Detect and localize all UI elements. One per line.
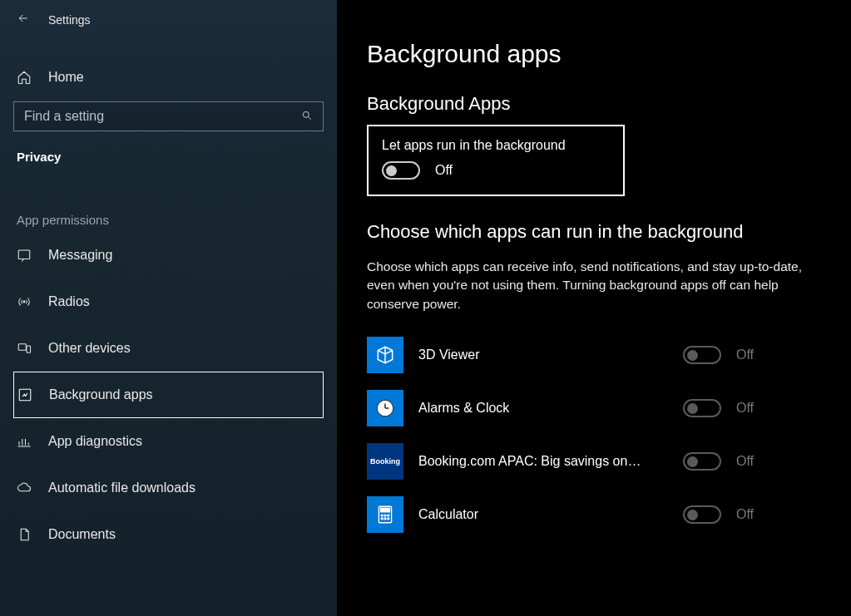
- sidebar-item-radios[interactable]: Radios: [0, 278, 337, 325]
- back-arrow-icon[interactable]: [17, 12, 30, 28]
- sidebar-item-label: Background apps: [49, 387, 153, 402]
- svg-rect-13: [381, 509, 390, 512]
- svg-line-1: [308, 116, 310, 119]
- search-icon: [301, 110, 313, 124]
- sidebar-item-messaging[interactable]: Messaging: [0, 232, 337, 278]
- section-title: Privacy: [0, 131, 337, 167]
- sidebar-item-other-devices[interactable]: Other devices: [0, 325, 337, 372]
- app-toggle-state: Off: [736, 401, 754, 416]
- app-name: Calculator: [418, 507, 668, 522]
- app-toggle-state: Off: [736, 454, 754, 469]
- app-name: 3D Viewer: [418, 347, 668, 362]
- svg-point-3: [23, 301, 25, 303]
- svg-point-14: [381, 515, 383, 517]
- main-content: Background apps Background Apps Let apps…: [337, 0, 851, 616]
- app-toggle-state: Off: [736, 507, 754, 522]
- app-icon-clock-icon: [367, 390, 403, 426]
- page-title: Background apps: [367, 40, 818, 68]
- sidebar-item-label: App diagnostics: [48, 434, 142, 449]
- master-toggle[interactable]: [382, 161, 420, 180]
- sidebar-item-automatic-file-downloads[interactable]: Automatic file downloads: [0, 465, 337, 511]
- home-label: Home: [48, 70, 84, 85]
- svg-point-0: [303, 111, 309, 117]
- master-toggle-highlight: Let apps run in the background Off: [367, 125, 625, 196]
- app-icon-calculator-icon: [367, 496, 403, 533]
- svg-point-15: [384, 515, 386, 517]
- sidebar: Settings Home Privacy App permissions Me…: [0, 0, 337, 616]
- sidebar-item-label: Messaging: [48, 248, 112, 263]
- choose-title: Choose which apps can run in the backgro…: [367, 221, 818, 243]
- sidebar-item-background-apps[interactable]: Background apps: [13, 372, 324, 418]
- sidebar-item-label: Automatic file downloads: [48, 480, 195, 495]
- app-row-booking: Booking Booking.com APAC: Big savings on…: [367, 435, 818, 488]
- app-row-calculator: Calculator Off: [367, 488, 818, 541]
- app-toggle[interactable]: [683, 346, 721, 364]
- group-title: Background Apps: [367, 93, 818, 115]
- sidebar-item-label: Radios: [48, 294, 90, 309]
- svg-point-18: [384, 518, 386, 520]
- choose-description: Choose which apps can receive info, send…: [367, 258, 816, 313]
- svg-point-19: [388, 518, 389, 520]
- subsection-title: App permissions: [0, 167, 337, 232]
- app-toggle[interactable]: [683, 399, 721, 417]
- app-icon-cube-icon: [367, 337, 403, 373]
- app-row-3d-viewer: 3D Viewer Off: [367, 328, 818, 382]
- sidebar-item-documents[interactable]: Documents: [0, 511, 337, 558]
- svg-rect-2: [18, 250, 30, 259]
- svg-point-17: [381, 518, 383, 520]
- svg-rect-4: [18, 344, 26, 351]
- master-toggle-state: Off: [435, 163, 453, 178]
- app-toggle[interactable]: [683, 452, 721, 471]
- sidebar-item-label: Documents: [48, 527, 116, 542]
- window-title: Settings: [48, 13, 91, 27]
- svg-point-16: [388, 515, 389, 517]
- sidebar-item-label: Other devices: [48, 341, 131, 356]
- svg-rect-5: [27, 346, 31, 352]
- sidebar-item-app-diagnostics[interactable]: App diagnostics: [0, 418, 337, 465]
- app-row-alarms-clock: Alarms & Clock Off: [367, 382, 818, 435]
- app-toggle[interactable]: [683, 505, 721, 524]
- search-input-container[interactable]: [13, 101, 324, 131]
- app-icon-booking-icon: Booking: [367, 443, 403, 480]
- app-name: Booking.com APAC: Big savings on…: [418, 454, 668, 469]
- app-name: Alarms & Clock: [418, 401, 668, 416]
- app-toggle-state: Off: [736, 347, 754, 362]
- master-toggle-label: Let apps run in the background: [382, 138, 610, 153]
- search-input[interactable]: [24, 109, 274, 124]
- home-button[interactable]: Home: [0, 58, 337, 96]
